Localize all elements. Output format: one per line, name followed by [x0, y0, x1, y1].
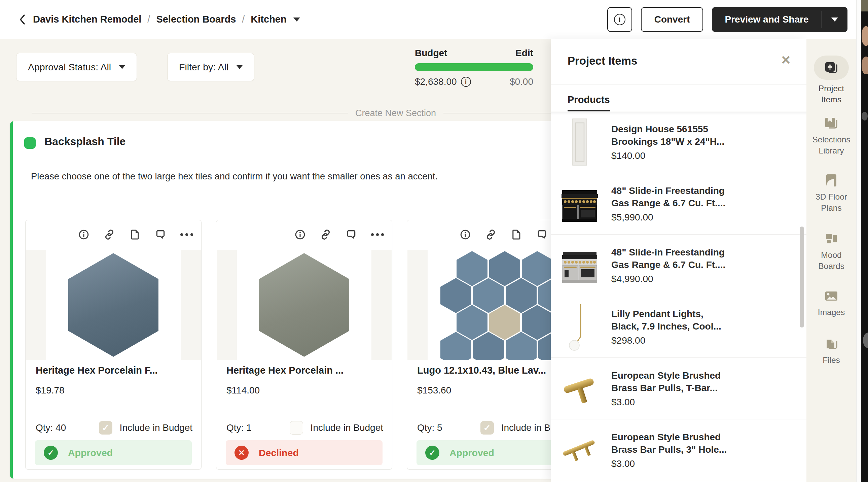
product-info: European Style Brushed Brass Bar Pulls, …	[611, 369, 721, 408]
rail-item-images[interactable]: Images	[806, 288, 856, 318]
card-actions	[294, 229, 384, 240]
rail-item-project-items[interactable]: Project Items	[806, 56, 856, 105]
list-item-bar-pull[interactable]: European Style Brushed Brass Bar Pulls, …	[551, 419, 806, 481]
brass-bar-pull-image	[559, 425, 600, 475]
list-item-gas-range-black[interactable]: 48" Slide-in Freestanding Gas Range & 6.…	[551, 173, 806, 235]
product-title[interactable]: Heritage Hex Porcelain ...	[226, 365, 383, 376]
right-rail: Project Items Selections Library 3D Floo…	[806, 39, 856, 482]
quantity-row: Qty: 40 Include in Budget	[36, 420, 192, 435]
product-list: Design House 561555 Brookings 18"W x 24"…	[551, 112, 806, 481]
board-switcher-caret-icon[interactable]	[293, 18, 300, 22]
project-items-icon	[824, 60, 839, 76]
info-icon[interactable]	[78, 229, 90, 240]
panel-header: Project Items	[551, 39, 806, 85]
close-icon[interactable]	[781, 53, 791, 67]
budget-widget: Budget Edit $2,638.00 $0.00	[415, 48, 533, 87]
rail-item-selections-library[interactable]: Selections Library	[806, 116, 856, 156]
rail-item-3d-floor-plans[interactable]: 3D Floor Plans	[806, 173, 856, 213]
product-name-line2: Black, 7.9 Inches, Cool...	[611, 320, 721, 333]
include-in-budget-checkbox[interactable]	[480, 421, 494, 434]
more-options-icon[interactable]	[180, 233, 193, 236]
comment-icon[interactable]	[536, 229, 548, 240]
status-badge-approved[interactable]: Approved	[416, 440, 573, 465]
preview-share-dropdown-button[interactable]	[822, 7, 847, 32]
product-name-line1: European Style Brushed	[611, 369, 721, 382]
budget-info-icon[interactable]	[461, 77, 471, 87]
top-bar: Davis Kitchen Remodel / Selection Boards…	[0, 0, 860, 39]
breadcrumb-project-link[interactable]: Davis Kitchen Remodel	[33, 14, 141, 25]
product-price: $140.00	[611, 150, 724, 161]
more-options-icon[interactable]	[371, 233, 384, 236]
comment-icon[interactable]	[345, 229, 357, 240]
budget-spent-amount: $2,638.00	[415, 77, 457, 87]
product-thumbnail	[559, 363, 600, 414]
info-icon[interactable]	[460, 229, 471, 240]
files-icon	[824, 336, 839, 352]
rail-item-files[interactable]: Files	[806, 336, 856, 365]
file-icon[interactable]	[129, 229, 141, 240]
product-price: $3.00	[611, 397, 721, 408]
product-card-heritage-hex-1[interactable]: Heritage Hex Porcelain F... $19.78 Qty: …	[25, 220, 202, 470]
status-badge-declined[interactable]: Declined	[226, 440, 382, 465]
page-scrollbar[interactable]	[856, 0, 861, 482]
app: Davis Kitchen Remodel / Selection Boards…	[0, 0, 868, 482]
blue-hex-tile-graphic	[68, 253, 158, 357]
breadcrumb-selection-boards-link[interactable]: Selection Boards	[156, 14, 236, 25]
section-color-swatch[interactable]	[24, 137, 36, 149]
gray-hex-tile-graphic	[259, 253, 349, 357]
quantity-label[interactable]: Qty: 40	[36, 422, 66, 433]
status-badge-approved[interactable]: Approved	[35, 440, 192, 465]
rail-item-label: Mood Boards	[808, 249, 855, 272]
product-info: European Style Brushed Brass Bar Pulls, …	[611, 431, 727, 469]
approval-status-label: Approval Status: All	[28, 62, 111, 73]
rail-item-label: Files	[808, 355, 855, 365]
blue-hex-mosaic-graphic	[428, 250, 562, 360]
list-item-cabinet-door[interactable]: Design House 561555 Brookings 18"W x 24"…	[551, 112, 806, 173]
chevron-down-icon	[119, 65, 125, 69]
file-icon[interactable]	[511, 229, 522, 240]
link-icon[interactable]	[104, 229, 115, 240]
link-icon[interactable]	[320, 229, 331, 240]
section-title[interactable]: Backsplash Tile	[44, 135, 125, 148]
product-cards-row: Heritage Hex Porcelain F... $19.78 Qty: …	[25, 220, 583, 470]
active-pill	[814, 56, 849, 80]
approved-check-icon	[44, 446, 58, 460]
rail-item-label: Project Items	[808, 83, 855, 105]
product-name-line1: Design House 561555	[611, 123, 724, 135]
list-item-gas-range-steel[interactable]: 48" Slide-in Freestanding Gas Range & 6.…	[551, 235, 806, 296]
product-photo-blue-hex-tile	[46, 250, 181, 360]
status-text: Approved	[450, 447, 494, 458]
info-icon[interactable]	[294, 229, 306, 240]
comment-icon[interactable]	[155, 229, 166, 240]
budget-edit-link[interactable]: Edit	[516, 48, 533, 59]
product-title[interactable]: Heritage Hex Porcelain F...	[36, 365, 192, 376]
preview-and-share-button[interactable]: Preview and Share	[712, 7, 821, 32]
breadcrumb-current-board[interactable]: Kitchen	[251, 14, 286, 25]
quantity-label[interactable]: Qty: 1	[226, 422, 252, 433]
info-button[interactable]	[607, 7, 632, 32]
rail-item-mood-boards[interactable]: Mood Boards	[806, 231, 856, 272]
filter-by-dropdown[interactable]: Filter by: All	[167, 53, 254, 81]
product-price: $114.00	[226, 385, 260, 396]
panel-scrollbar-thumb[interactable]	[800, 227, 804, 328]
budget-edit-value: $0.00	[510, 77, 533, 87]
budget-spent-value: $2,638.00	[415, 77, 471, 87]
product-photo-gray-hex-tile	[237, 250, 371, 360]
convert-button[interactable]: Convert	[641, 7, 704, 32]
link-icon[interactable]	[485, 229, 497, 240]
tab-products[interactable]: Products	[567, 94, 610, 112]
include-in-budget-checkbox[interactable]	[290, 421, 303, 434]
product-price: $19.78	[36, 385, 65, 396]
list-item-pendant-light[interactable]: Lilly Pendant Lights, Black, 7.9 Inches,…	[551, 296, 806, 358]
product-card-heritage-hex-2[interactable]: Heritage Hex Porcelain ... $114.00 Qty: …	[216, 220, 392, 470]
quantity-label[interactable]: Qty: 5	[417, 422, 442, 433]
black-gas-range-image	[559, 183, 600, 224]
product-thumbnail	[559, 240, 600, 291]
include-in-budget-checkbox[interactable]	[99, 421, 112, 434]
selections-library-icon	[824, 116, 839, 131]
product-name-line2: Gas Range & 6.7 Cu. Ft....	[611, 197, 725, 209]
back-chevron-icon[interactable]	[19, 13, 26, 26]
list-item-tbar-pull[interactable]: European Style Brushed Brass Bar Pulls, …	[551, 358, 806, 419]
approval-status-dropdown[interactable]: Approval Status: All	[16, 53, 137, 81]
rail-item-label: Selections Library	[808, 134, 855, 156]
